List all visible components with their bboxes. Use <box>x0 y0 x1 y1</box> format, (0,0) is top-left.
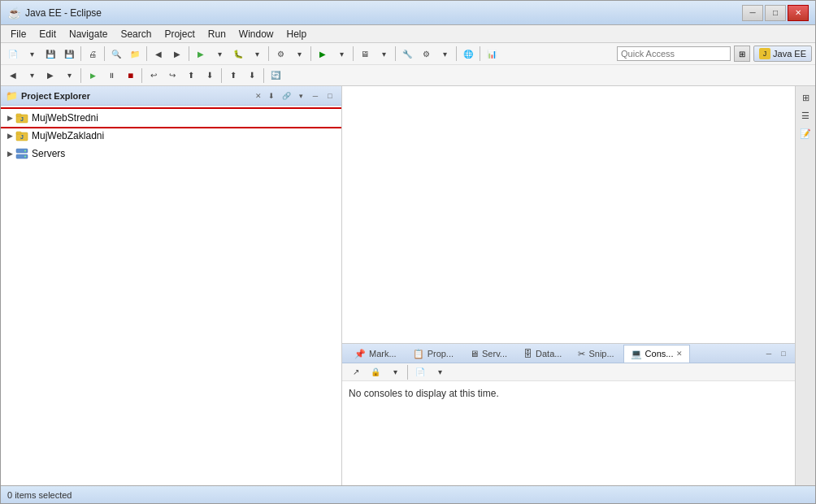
next-annot[interactable]: ⬇ <box>243 67 261 84</box>
project-icon-1: J <box>15 111 28 124</box>
ext-tools-button[interactable]: ⚙ <box>271 46 289 62</box>
sep1 <box>80 46 81 61</box>
nav-btn3[interactable]: ⬆ <box>182 67 200 84</box>
console-maximize-btn[interactable]: □ <box>777 347 790 360</box>
side-icon-note[interactable]: 📝 <box>797 125 814 141</box>
toolbar-row-1: 📄 ▾ 💾 💾 🖨 🔍 📁 ◀ ▶ ▶ ▾ 🐛 ▾ ⚙ ▾ ▶ ▾ 🖥 <box>1 43 815 64</box>
nav-btn4[interactable]: ⬇ <box>201 67 219 84</box>
menu-run[interactable]: Run <box>202 27 232 41</box>
run-green-dropdown[interactable]: ▾ <box>332 46 350 62</box>
prev-edit-button[interactable]: ◀ <box>150 46 167 62</box>
ext-tools-dropdown[interactable]: ▾ <box>290 46 308 62</box>
expand-arrow-1[interactable]: ▶ <box>4 112 15 124</box>
sep8 <box>395 46 396 61</box>
panel-menu-btn[interactable]: ▾ <box>294 89 307 102</box>
link-btn[interactable]: 🔗 <box>280 89 293 102</box>
con-sep1 <box>407 365 408 380</box>
sync-button[interactable]: 🔄 <box>267 67 284 84</box>
side-icon-list[interactable]: ☰ <box>797 107 814 124</box>
debug-button[interactable]: 🐛 <box>229 46 247 62</box>
open-type-button[interactable]: 🔍 <box>107 46 125 62</box>
menu-window[interactable]: Window <box>232 27 280 41</box>
run-green-button[interactable]: ▶ <box>314 46 332 62</box>
misc-btn1[interactable]: 🔧 <box>398 46 416 62</box>
sep12 <box>141 68 142 83</box>
tree-item-mujwebstredni[interactable]: ▶ J MujWebStredni <box>1 109 341 127</box>
toolbar-row-2: ◀ ▾ ▶ ▾ ▶ ⏸ ⏹ ↩ ↪ ⬆ ⬇ ⬆ ⬇ 🔄 <box>1 64 815 85</box>
debug-dropdown[interactable]: ▾ <box>248 46 266 62</box>
menu-file[interactable]: File <box>4 27 33 41</box>
nav-btn2[interactable]: ↪ <box>163 67 181 84</box>
tab-console[interactable]: 💻 Cons... ✕ <box>623 345 691 363</box>
run-dropdown[interactable]: ▾ <box>211 46 228 62</box>
panel-maximize-btn[interactable]: □ <box>323 89 336 102</box>
menu-project[interactable]: Project <box>158 27 201 41</box>
new-console-dropdown[interactable]: ▾ <box>431 364 449 380</box>
tab-snippets[interactable]: ✂ Snip... <box>571 345 621 363</box>
server-dropdown[interactable]: ▾ <box>375 46 393 62</box>
prev-annot[interactable]: ⬆ <box>224 67 242 84</box>
server-button[interactable]: 🖥 <box>356 46 374 62</box>
tree-label-3: Servers <box>32 148 65 159</box>
menu-edit[interactable]: Edit <box>33 27 63 41</box>
misc-btn3[interactable]: 📊 <box>483 46 501 62</box>
side-icon-layout[interactable]: ⊞ <box>797 89 814 106</box>
title-bar: ☕ Java EE - Eclipse ─ □ ✕ <box>1 1 815 25</box>
tree-label-1: MujWebStredni <box>32 112 98 124</box>
console-tab-close[interactable]: ✕ <box>676 350 683 358</box>
tree-item-mujwebzakladni[interactable]: ▶ J MujWebZakladni <box>1 127 341 145</box>
print-button[interactable]: 🖨 <box>84 46 102 62</box>
sep14 <box>263 68 264 83</box>
run-small[interactable]: ▶ <box>84 67 102 84</box>
misc-dropdown[interactable]: ▾ <box>436 46 454 62</box>
collapse-all-btn[interactable]: ⬇ <box>265 89 278 102</box>
run-button[interactable]: ▶ <box>192 46 210 62</box>
minimize-button[interactable]: ─ <box>742 5 763 21</box>
stop-button[interactable]: ⏹ <box>121 67 139 84</box>
panel-minimize-btn[interactable]: ─ <box>309 89 322 102</box>
back-dropdown[interactable]: ▾ <box>23 67 41 84</box>
save-all-button[interactable]: 💾 <box>60 46 78 62</box>
menu-search[interactable]: Search <box>114 27 158 41</box>
new-console-btn[interactable]: 📄 <box>411 364 429 380</box>
open-console-btn[interactable]: ↗ <box>347 364 365 380</box>
nav-btn1[interactable]: ↩ <box>145 67 163 84</box>
content-area: 📁 Project Explorer ✕ ⬇ 🔗 ▾ ─ □ ▶ <box>1 86 815 485</box>
new-button[interactable]: 📄 <box>4 46 22 62</box>
globe-button[interactable]: 🌐 <box>459 46 477 62</box>
next-edit-button[interactable]: ▶ <box>168 46 186 62</box>
back-button[interactable]: ◀ <box>4 67 22 84</box>
expand-arrow-3[interactable]: ▶ <box>4 148 15 159</box>
expand-arrow-2[interactable]: ▶ <box>4 130 15 141</box>
forward-button[interactable]: ▶ <box>41 67 59 84</box>
fwd-dropdown[interactable]: ▾ <box>60 67 78 84</box>
menu-help[interactable]: Help <box>280 27 314 41</box>
console-scroll-dropdown[interactable]: ▾ <box>386 364 404 380</box>
console-label: Cons... <box>645 349 674 358</box>
tab-properties[interactable]: 📋 Prop... <box>406 345 461 363</box>
sep2 <box>104 46 105 61</box>
close-button[interactable]: ✕ <box>788 5 809 21</box>
perspective-label: Java EE <box>773 49 806 59</box>
misc-btn2[interactable]: ⚙ <box>417 46 435 62</box>
project-explorer-close[interactable]: ✕ <box>255 92 262 100</box>
tree-item-servers[interactable]: ▶ Servers <box>1 145 341 163</box>
open-resource-button[interactable]: 📁 <box>126 46 144 62</box>
pause-button[interactable]: ⏸ <box>102 67 120 84</box>
markers-label: Mark... <box>369 349 397 358</box>
restore-button[interactable]: □ <box>765 5 786 21</box>
new-dropdown[interactable]: ▾ <box>23 46 41 62</box>
console-minimize-btn[interactable]: ─ <box>762 347 775 360</box>
perspective-button[interactable]: J Java EE <box>753 46 812 62</box>
editor-area <box>342 86 795 343</box>
project-explorer-title: Project Explorer <box>21 91 252 101</box>
menu-navigate[interactable]: Navigate <box>63 27 114 41</box>
svg-text:J: J <box>20 116 24 122</box>
tab-data[interactable]: 🗄 Data... <box>516 345 569 363</box>
tab-markers[interactable]: 📌 Mark... <box>347 345 404 363</box>
layout-button[interactable]: ⊞ <box>734 46 750 62</box>
save-button[interactable]: 💾 <box>41 46 59 62</box>
quick-access-input[interactable] <box>617 46 731 61</box>
console-scroll-lock[interactable]: 🔒 <box>367 364 384 380</box>
tab-servers[interactable]: 🖥 Serv... <box>462 345 514 363</box>
